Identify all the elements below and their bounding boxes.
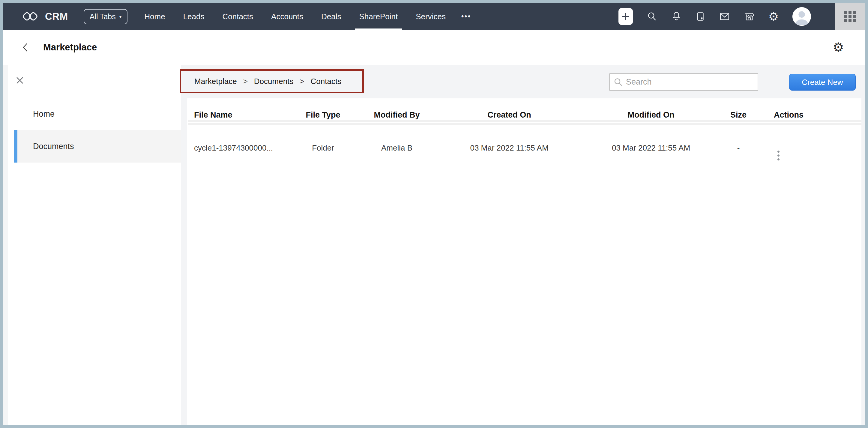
search-input[interactable] xyxy=(625,77,757,87)
column-header-actions: Actions xyxy=(756,104,861,135)
sidebar-menu: Home Documents xyxy=(8,98,181,162)
breadcrumb: Marketplace > Documents > Contacts xyxy=(180,69,364,93)
breadcrumb-item-documents[interactable]: Documents xyxy=(254,77,293,86)
column-header-size[interactable]: Size xyxy=(721,104,756,135)
all-tabs-label: All Tabs xyxy=(90,12,116,21)
cell-file-type: Folder xyxy=(290,135,356,160)
sidebar-item-documents[interactable]: Documents xyxy=(14,130,181,162)
module-tabs: Home Leads Contacts Accounts Deals Share… xyxy=(135,3,478,30)
breadcrumb-separator: > xyxy=(300,77,304,86)
tab-deals[interactable]: Deals xyxy=(312,3,350,30)
search-icon[interactable] xyxy=(647,11,657,22)
sidebar-item-home[interactable]: Home xyxy=(14,98,181,130)
tab-sharepoint[interactable]: SharePoint xyxy=(350,3,407,30)
cell-modified-on: 03 Mar 2022 11:55 AM xyxy=(581,135,721,160)
brand-name: CRM xyxy=(45,11,68,22)
tab-leads[interactable]: Leads xyxy=(174,3,214,30)
tab-accounts[interactable]: Accounts xyxy=(262,3,312,30)
grid-glyph xyxy=(844,11,856,22)
page-header: Marketplace ⚙ xyxy=(3,30,865,65)
create-new-button[interactable]: Create New xyxy=(789,74,856,91)
back-chevron-icon[interactable] xyxy=(22,42,32,53)
column-header-created-on[interactable]: Created On xyxy=(438,104,581,135)
row-actions-menu-icon[interactable] xyxy=(777,151,779,160)
notifications-bell-icon[interactable] xyxy=(671,11,681,22)
more-tabs-icon[interactable]: ••• xyxy=(455,3,478,30)
cell-size: - xyxy=(721,135,756,160)
navbar-actions: ⚙ xyxy=(618,3,865,30)
column-header-modified-on[interactable]: Modified On xyxy=(581,104,721,135)
documents-table: File Name File Type Modified By Cre xyxy=(188,104,861,160)
all-tabs-dropdown[interactable]: All Tabs ▾ xyxy=(84,9,128,24)
breadcrumb-separator: > xyxy=(243,77,248,86)
settings-gear-icon[interactable]: ⚙ xyxy=(768,11,779,22)
page-title: Marketplace xyxy=(43,42,97,53)
crm-logo-icon[interactable] xyxy=(22,9,41,24)
app-window: CRM All Tabs ▾ Home Leads Contacts Accou… xyxy=(3,3,865,425)
tab-home[interactable]: Home xyxy=(135,3,174,30)
column-header-file-name[interactable]: File Name xyxy=(188,104,290,135)
cell-file-name[interactable]: cycle1-13974300000... xyxy=(188,135,290,160)
calendar-icon[interactable] xyxy=(695,11,706,22)
window-frame: CRM All Tabs ▾ Home Leads Contacts Accou… xyxy=(0,0,868,428)
breadcrumb-item-contacts[interactable]: Contacts xyxy=(311,77,342,86)
chevron-down-icon: ▾ xyxy=(119,14,122,19)
marketplace-store-icon[interactable] xyxy=(744,11,755,22)
main-panel: Marketplace > Documents > Contacts xyxy=(181,65,865,425)
sidebar: Home Documents xyxy=(8,65,181,425)
cell-modified-by: Amelia B xyxy=(356,135,438,160)
breadcrumb-item-marketplace[interactable]: Marketplace xyxy=(194,77,237,86)
column-header-modified-by[interactable]: Modified By xyxy=(356,104,438,135)
quick-create-button[interactable] xyxy=(618,8,633,25)
app-launcher-grid-icon[interactable] xyxy=(835,3,865,30)
cell-actions xyxy=(756,135,861,160)
close-icon[interactable] xyxy=(15,75,25,86)
user-avatar[interactable] xyxy=(793,7,811,26)
search-box xyxy=(609,73,758,91)
documents-toolbar: Marketplace > Documents > Contacts xyxy=(181,65,865,98)
mail-icon[interactable] xyxy=(719,11,730,22)
top-navbar: CRM All Tabs ▾ Home Leads Contacts Accou… xyxy=(3,3,865,30)
search-magnifier-icon xyxy=(613,78,623,87)
column-header-file-type[interactable]: File Type xyxy=(290,104,356,135)
content-area: Home Documents Marketplace > Documents >… xyxy=(3,65,865,425)
documents-table-card: File Name File Type Modified By Cre xyxy=(187,98,861,425)
left-gutter xyxy=(3,65,8,425)
marketplace-settings-gear-icon[interactable]: ⚙ xyxy=(833,41,844,54)
cell-created-on: 03 Mar 2022 11:55 AM xyxy=(438,135,581,160)
tab-contacts[interactable]: Contacts xyxy=(213,3,262,30)
tab-services[interactable]: Services xyxy=(407,3,455,30)
